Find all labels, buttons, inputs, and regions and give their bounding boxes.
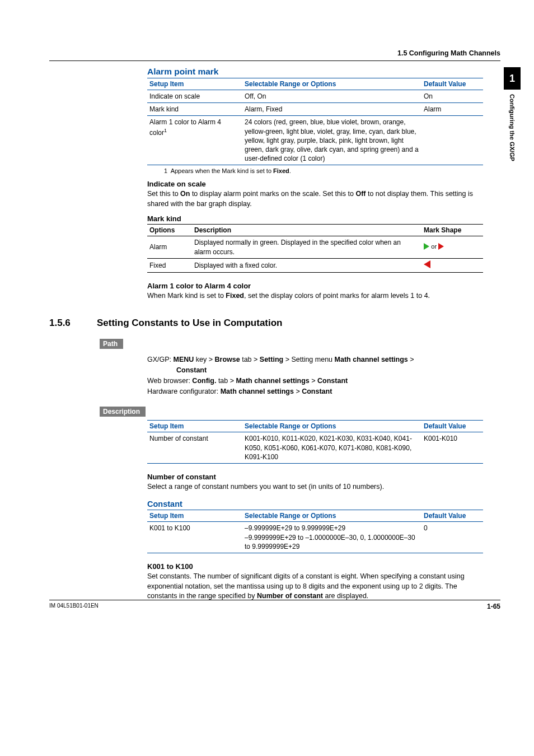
heading-mark-kind: Mark kind <box>147 214 483 223</box>
table-mark-kind: Options Description Mark Shape Alarm Dis… <box>147 224 483 273</box>
section-number: 1.5.6 <box>49 318 97 329</box>
table-row: Indicate on scale Off, On On <box>147 90 483 103</box>
table-alarm-point-mark: Setup Item Selectable Range or Options D… <box>147 78 483 165</box>
table-row: Alarm Displayed normally in green. Displ… <box>147 236 483 258</box>
path-body: GX/GP: MENU key > Browse tab > Setting >… <box>147 354 483 396</box>
paragraph-number-of-constant: Select a range of constant numbers you w… <box>147 482 483 492</box>
heading-k001-k100: K001 to K100 <box>147 562 483 571</box>
heading-indicate-on-scale: Indicate on scale <box>147 180 483 188</box>
col-setup-item: Setup Item <box>147 78 242 90</box>
chapter-title-tab: Configuring the GX/GP <box>509 94 516 161</box>
doc-id: IM 04L51B01-01EN <box>49 603 99 610</box>
chapter-number-tab: 1 <box>504 67 521 90</box>
paragraph-indicate: Set this to On to display alarm point ma… <box>147 189 483 209</box>
col-description: Description <box>192 225 421 236</box>
triangle-red-icon <box>438 243 444 250</box>
footnote-1: 1 Appears when the Mark kind is set to F… <box>164 167 483 174</box>
heading-alarm-color: Alarm 1 color to Alarm 4 color <box>147 282 483 290</box>
paragraph-alarm-color: When Mark kind is set to Fixed, set the … <box>147 291 483 301</box>
table-row: Mark kind Alarm, Fixed Alarm <box>147 103 483 116</box>
col-default: Default Value <box>421 78 483 90</box>
table-constant: Setup Item Selectable Range or Options D… <box>147 510 483 553</box>
triangle-red-left-icon <box>424 260 430 268</box>
table-row: Fixed Displayed with a fixed color. <box>147 258 483 272</box>
triangle-green-icon <box>424 243 429 250</box>
table-number-of-constant: Setup Item Selectable Range or Options D… <box>147 420 483 464</box>
section-title: Setting Constants to Use in Computation <box>97 318 283 329</box>
col-options: Selectable Range or Options <box>242 78 421 90</box>
page-number: 1-65 <box>487 603 500 610</box>
col-mark-shape: Mark Shape <box>421 225 483 236</box>
paragraph-k001: Set constants. The number of significant… <box>147 572 483 601</box>
table-row: Number of constant K001-K010, K011-K020,… <box>147 432 483 464</box>
table-row: Alarm 1 color to Alarm 4 color1 24 color… <box>147 116 483 165</box>
heading-alarm-point-mark: Alarm point mark <box>147 67 483 77</box>
description-label: Description <box>100 407 146 417</box>
heading-constant: Constant <box>147 500 483 508</box>
page-footer: IM 04L51B01-01EN 1-65 <box>49 600 500 610</box>
section-breadcrumb: 1.5 Configuring Math Channels <box>49 49 500 57</box>
heading-number-of-constant: Number of constant <box>147 473 483 481</box>
path-label: Path <box>100 339 123 349</box>
table-row: K001 to K100 –9.999999E+29 to 9.999999E+… <box>147 522 483 553</box>
side-tab: 1 Configuring the GX/GP <box>504 67 521 161</box>
col-options-h: Options <box>147 225 192 236</box>
